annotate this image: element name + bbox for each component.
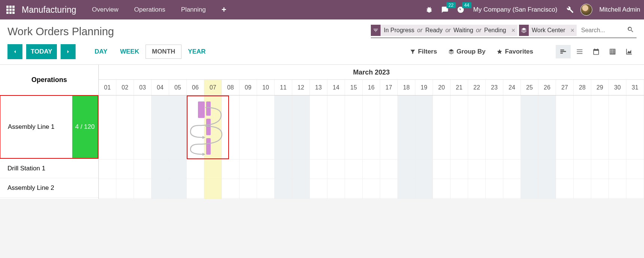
scale-month[interactable]: MONTH: [146, 45, 181, 59]
company-switcher[interactable]: My Company (San Francisco): [473, 6, 558, 13]
day-cell[interactable]: 18: [398, 80, 415, 95]
day-cell[interactable]: 01: [99, 80, 116, 95]
nav-operations[interactable]: Operations: [128, 6, 172, 13]
close-icon[interactable]: ×: [568, 27, 577, 34]
nav-new-icon[interactable]: +: [215, 5, 233, 15]
day-cell[interactable]: 26: [538, 80, 556, 95]
grid-col[interactable]: [415, 95, 433, 199]
day-cell[interactable]: 28: [574, 80, 591, 95]
grid-col[interactable]: [380, 95, 398, 199]
grid-col[interactable]: [292, 95, 310, 199]
day-cell[interactable]: 13: [310, 80, 327, 95]
groupby-button[interactable]: Group By: [448, 48, 485, 55]
tools-icon[interactable]: [565, 4, 575, 15]
grid-col[interactable]: [521, 95, 538, 199]
day-cell[interactable]: 24: [503, 80, 521, 95]
grid-col[interactable]: [239, 95, 257, 199]
day-cell[interactable]: 04: [152, 80, 169, 95]
day-cell[interactable]: 25: [521, 80, 538, 95]
activities-icon[interactable]: 44: [455, 4, 466, 15]
grid-col[interactable]: [134, 95, 152, 199]
day-cell[interactable]: 16: [363, 80, 380, 95]
apps-icon[interactable]: [4, 3, 17, 16]
view-list-icon[interactable]: [572, 45, 587, 58]
view-calendar-icon[interactable]: [589, 45, 604, 58]
day-cell[interactable]: 02: [116, 80, 134, 95]
favorites-button[interactable]: Favorites: [497, 48, 533, 55]
debug-icon[interactable]: [424, 4, 434, 15]
grid-col[interactable]: [433, 95, 451, 199]
view-switcher: [556, 45, 637, 58]
day-cell[interactable]: 09: [239, 80, 257, 95]
close-icon[interactable]: ×: [509, 27, 518, 34]
day-cell[interactable]: 27: [556, 80, 574, 95]
grid-col[interactable]: [574, 95, 591, 199]
day-cell[interactable]: 22: [468, 80, 486, 95]
row-assembly-line-1[interactable]: Assembly Line 1 4 / 120: [0, 95, 98, 159]
username[interactable]: Mitchell Admin: [599, 6, 640, 13]
search-bar[interactable]: In Progress or Ready or Waiting or Pendi…: [371, 25, 637, 38]
row-label: Assembly Line 2: [7, 184, 54, 192]
day-cell[interactable]: 30: [609, 80, 626, 95]
grid-col[interactable]: [503, 95, 521, 199]
day-cell[interactable]: 31: [626, 80, 644, 95]
grid-col[interactable]: [152, 95, 169, 199]
prev-button[interactable]: [7, 44, 22, 59]
grid-col[interactable]: [310, 95, 327, 199]
day-cell[interactable]: 10: [257, 80, 275, 95]
grid-col[interactable]: [486, 95, 503, 199]
messages-icon[interactable]: 22: [440, 4, 450, 15]
grid-col[interactable]: [398, 95, 415, 199]
grid-col[interactable]: [169, 95, 187, 199]
day-cell[interactable]: 12: [292, 80, 310, 95]
avatar[interactable]: [580, 4, 592, 16]
nav-planning[interactable]: Planning: [174, 6, 213, 13]
day-cell[interactable]: 11: [275, 80, 292, 95]
grid-col[interactable]: [275, 95, 292, 199]
day-cell[interactable]: 21: [451, 80, 468, 95]
scale-year[interactable]: YEAR: [181, 45, 212, 59]
grid-col[interactable]: [99, 95, 116, 199]
today-button[interactable]: TODAY: [26, 44, 57, 59]
grid-col[interactable]: [345, 95, 363, 199]
day-cell[interactable]: 08: [222, 80, 239, 95]
day-cell[interactable]: 14: [327, 80, 345, 95]
grid-col[interactable]: [451, 95, 468, 199]
day-cell[interactable]: 06: [187, 80, 204, 95]
next-button[interactable]: [61, 44, 76, 59]
gantt-grid[interactable]: [99, 95, 644, 199]
search-icon[interactable]: [627, 26, 634, 35]
day-cell[interactable]: 05: [169, 80, 187, 95]
day-cell[interactable]: 03: [134, 80, 152, 95]
view-pivot-icon[interactable]: [605, 45, 620, 58]
row-assembly-line-2[interactable]: Assembly Line 2: [0, 178, 98, 198]
grid-col[interactable]: [556, 95, 574, 199]
day-header: 0102030405060708091011121314151617181920…: [99, 80, 644, 95]
day-cell[interactable]: 19: [415, 80, 433, 95]
app-brand[interactable]: Manufacturing: [22, 5, 76, 15]
grid-col[interactable]: [468, 95, 486, 199]
nav-overview[interactable]: Overview: [85, 6, 125, 13]
grid-col[interactable]: [116, 95, 134, 199]
grid-col[interactable]: [327, 95, 345, 199]
day-cell[interactable]: 07: [204, 80, 222, 95]
day-cell[interactable]: 20: [433, 80, 451, 95]
day-cell[interactable]: 17: [380, 80, 398, 95]
control-panel: Work Orders Planning In Progress or Read…: [0, 19, 644, 65]
view-gantt-icon[interactable]: [556, 45, 571, 58]
filters-button[interactable]: Filters: [410, 48, 437, 55]
grid-col[interactable]: [538, 95, 556, 199]
view-graph-icon[interactable]: [622, 45, 637, 58]
day-cell[interactable]: 23: [486, 80, 503, 95]
scale-week[interactable]: WEEK: [114, 45, 146, 59]
day-cell[interactable]: 29: [591, 80, 609, 95]
grid-col[interactable]: [591, 95, 609, 199]
grid-col[interactable]: [257, 95, 275, 199]
grid-col[interactable]: [626, 95, 644, 199]
row-drill-station-1[interactable]: Drill Station 1: [0, 159, 98, 178]
search-input[interactable]: [578, 25, 627, 35]
day-cell[interactable]: 15: [345, 80, 363, 95]
grid-col[interactable]: [609, 95, 626, 199]
grid-col[interactable]: [363, 95, 380, 199]
scale-day[interactable]: DAY: [88, 45, 114, 59]
